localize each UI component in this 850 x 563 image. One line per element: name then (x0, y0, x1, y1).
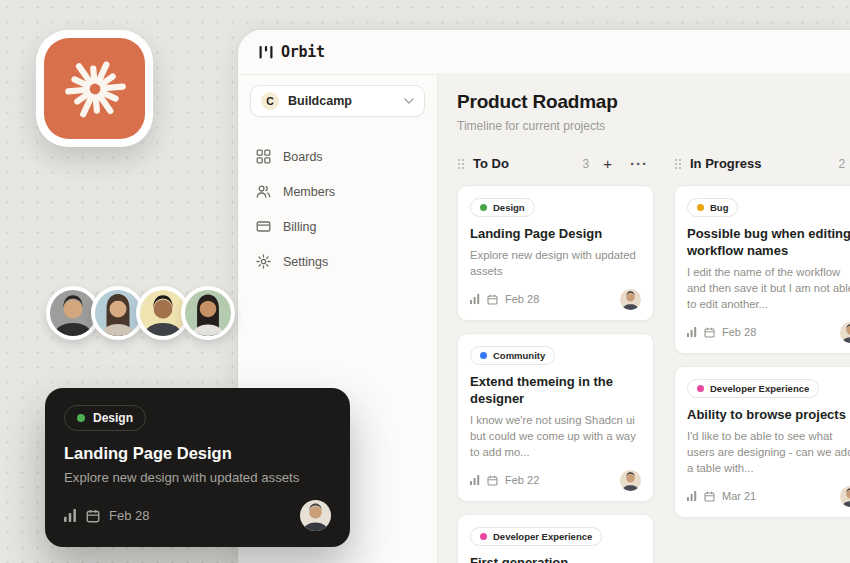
billing-icon (256, 219, 271, 234)
card-due-date: Feb 28 (722, 326, 756, 338)
window-header: Orbit (238, 30, 850, 75)
column-todo: To Do 3 + ··· Design Landing Page Design… (457, 154, 654, 563)
card-due-date: Feb 22 (505, 474, 539, 486)
sidebar-item-boards[interactable]: Boards (254, 141, 421, 172)
priority-bars-icon (470, 294, 480, 304)
drag-handle-icon[interactable] (674, 158, 682, 170)
tag-badge: Design (470, 198, 535, 217)
assignee-avatar (620, 289, 641, 310)
card-landing-page-design[interactable]: Design Landing Page Design Explore new d… (457, 185, 654, 321)
card-description: Explore new design with updated assets (64, 470, 331, 485)
app-title: Orbit (281, 43, 325, 61)
assignee-avatar (840, 486, 850, 507)
tag-badge: Developer Experience (687, 379, 819, 398)
column-in-progress: In Progress 2 + Bug Possible bug when ed… (674, 154, 850, 530)
priority-bars-icon (64, 509, 77, 522)
assignee-avatar (620, 470, 641, 491)
featured-card: Design Landing Page Design Explore new d… (45, 388, 350, 547)
card-title: Extend themeing in the designer (470, 374, 641, 408)
calendar-icon (86, 509, 100, 523)
add-card-button[interactable]: + (599, 154, 616, 173)
priority-bars-icon (687, 491, 697, 501)
team-avatars (46, 286, 235, 340)
card-title: Possible bug when editing workflow names (687, 226, 850, 260)
tag-label: Bug (710, 202, 728, 213)
drag-handle-icon[interactable] (457, 158, 465, 170)
tag-badge: Design (64, 405, 146, 431)
priority-bars-icon (470, 475, 480, 485)
tag-label: Developer Experience (710, 383, 809, 394)
tag-dot (480, 352, 487, 359)
card-due-date: Feb 28 (109, 508, 149, 523)
tag-label: Developer Experience (493, 531, 592, 542)
orbit-logo-icon (259, 45, 273, 60)
card-browse-projects[interactable]: Developer Experience Ability to browse p… (674, 366, 850, 518)
card-title: First generation improvements (470, 555, 641, 563)
members-icon (256, 184, 271, 199)
tag-dot (480, 204, 487, 211)
tag-badge: Developer Experience (470, 527, 602, 546)
app-logo: Orbit (259, 43, 325, 61)
page-title: Product Roadmap (457, 91, 850, 113)
tag-label: Design (493, 202, 525, 213)
card-description: I edit the name of the workflow and then… (687, 264, 850, 312)
card-first-generation[interactable]: Developer Experience First generation im… (457, 514, 654, 563)
workspace-badge: C (261, 92, 279, 110)
tag-badge: Bug (687, 198, 738, 217)
card-description: I'd like to be able to see what users ar… (687, 428, 850, 476)
calendar-icon (487, 294, 498, 305)
card-possible-bug[interactable]: Bug Possible bug when editing workflow n… (674, 185, 850, 354)
starburst-icon (44, 38, 145, 139)
card-title: Landing Page Design (470, 226, 641, 243)
card-description: Explore new design with updated assets (470, 247, 641, 279)
calendar-icon (487, 475, 498, 486)
sidebar-item-members[interactable]: Members (254, 176, 421, 207)
column-name: To Do (473, 156, 509, 171)
gear-icon (256, 254, 271, 269)
sidebar-item-label: Settings (283, 255, 328, 269)
column-header: To Do 3 + ··· (457, 154, 652, 173)
column-name: In Progress (690, 156, 762, 171)
brand-app-icon (36, 30, 153, 147)
priority-bars-icon (687, 327, 697, 337)
card-due-date: Mar 21 (722, 490, 756, 502)
sidebar-item-settings[interactable]: Settings (254, 246, 421, 277)
tag-dot (77, 414, 85, 422)
tag-label: Design (93, 411, 133, 425)
team-avatar-4 (181, 286, 235, 340)
calendar-icon (704, 327, 715, 338)
tag-label: Community (493, 350, 545, 361)
tag-dot (697, 385, 704, 392)
chevron-down-icon (404, 98, 414, 104)
calendar-icon (704, 491, 715, 502)
sidebar-item-label: Boards (283, 150, 323, 164)
sidebar-nav: Boards Members (250, 141, 425, 277)
column-count: 3 (583, 157, 590, 171)
tag-dot (697, 204, 704, 211)
kanban-columns: To Do 3 + ··· Design Landing Page Design… (457, 154, 850, 563)
sidebar-item-billing[interactable]: Billing (254, 211, 421, 242)
tag-badge: Community (470, 346, 555, 365)
card-description: I know we're not using Shadcn ui but cou… (470, 412, 641, 460)
page-subtitle: Timeline for current projects (457, 119, 850, 133)
column-header: In Progress 2 + (674, 154, 850, 173)
card-title: Landing Page Design (64, 444, 331, 463)
column-menu-button[interactable]: ··· (626, 154, 652, 173)
boards-icon (256, 149, 271, 164)
assignee-avatar (840, 322, 850, 343)
column-count: 2 (839, 157, 846, 171)
sidebar-item-label: Billing (283, 220, 316, 234)
card-extend-themeing[interactable]: Community Extend themeing in the designe… (457, 333, 654, 502)
workspace-switcher[interactable]: C Buildcamp (250, 85, 425, 117)
board-main: Product Roadmap Timeline for current pro… (438, 75, 850, 563)
assignee-avatar (300, 500, 331, 531)
sidebar-item-label: Members (283, 185, 335, 199)
card-due-date: Feb 28 (505, 293, 539, 305)
card-title: Ability to browse projects (687, 407, 850, 424)
tag-dot (480, 533, 487, 540)
workspace-name: Buildcamp (288, 94, 352, 108)
